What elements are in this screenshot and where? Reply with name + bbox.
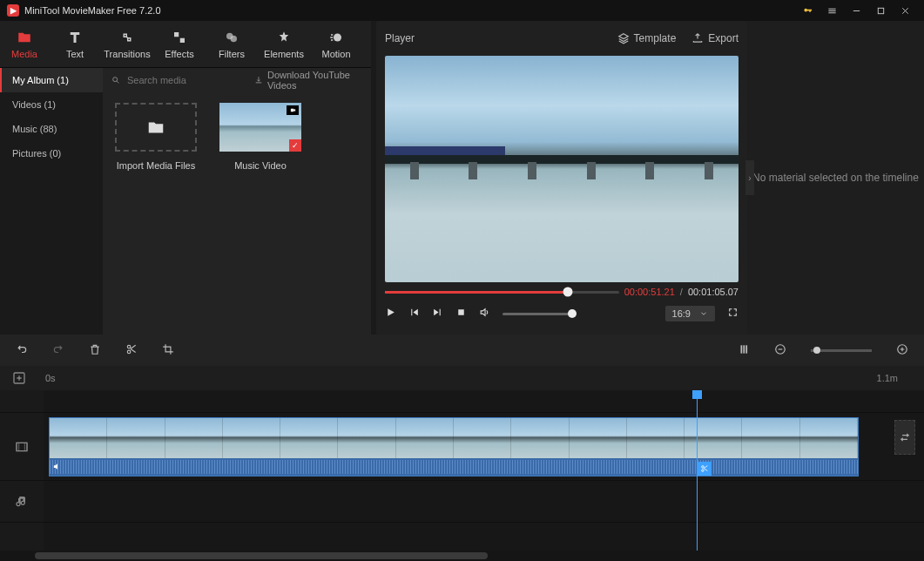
aspect-ratio-dropdown[interactable]: 16:9	[665, 306, 715, 321]
menu-button[interactable]	[819, 0, 844, 21]
zoom-slider[interactable]	[811, 349, 872, 352]
prev-frame-button[interactable]	[408, 307, 420, 321]
license-key-button[interactable]	[795, 0, 819, 21]
scrollbar-thumb[interactable]	[35, 552, 488, 559]
template-label: Template	[634, 32, 677, 44]
tab-media[interactable]: Media	[0, 21, 49, 67]
template-button[interactable]: Template	[617, 32, 677, 44]
svg-rect-15	[17, 443, 27, 450]
crop-button[interactable]	[162, 343, 174, 358]
download-label: Download YouTube Videos	[267, 70, 362, 91]
tab-effects[interactable]: Effects	[153, 21, 206, 67]
split-marker-icon[interactable]	[698, 462, 712, 476]
ruler-start: 0s	[45, 373, 56, 383]
timeline-scrollbar[interactable]	[0, 551, 924, 561]
media-content: Download YouTube Videos Import Media Fil…	[103, 68, 371, 335]
timeline-panel: 0s 1.1m	[0, 335, 924, 561]
audio-track-icon	[0, 481, 44, 523]
tab-text[interactable]: Text	[49, 21, 101, 67]
preview-panel: Player Template Export 00:00:51.21 / 00:…	[376, 21, 747, 335]
selected-check-icon: ✓	[289, 139, 301, 152]
time-separator: /	[680, 287, 683, 297]
export-icon	[691, 32, 704, 44]
card-label: Music Video	[234, 160, 287, 171]
search-input[interactable]	[127, 75, 247, 85]
volume-button[interactable]	[479, 307, 490, 321]
svg-rect-2	[174, 32, 179, 37]
svg-point-7	[113, 78, 118, 82]
panel-expand-button[interactable]: ›	[745, 160, 754, 195]
seek-bar[interactable]	[385, 291, 619, 294]
close-button[interactable]	[893, 0, 917, 21]
undo-button[interactable]	[16, 343, 28, 358]
svg-point-5	[231, 35, 238, 42]
stop-button[interactable]	[455, 307, 467, 321]
svg-point-6	[334, 33, 341, 41]
volume-slider[interactable]	[502, 313, 572, 315]
tab-label: Elements	[264, 49, 304, 59]
playhead[interactable]	[697, 390, 698, 551]
clip-speaker-icon	[52, 462, 62, 474]
svg-rect-1	[878, 8, 883, 13]
minimize-button[interactable]	[844, 0, 868, 21]
zoom-knob[interactable]	[813, 347, 820, 354]
export-button[interactable]: Export	[691, 32, 739, 44]
no-selection-message: No material selected on the timeline	[752, 172, 919, 184]
tab-label: Filters	[219, 49, 245, 59]
sidebar-item-pictures[interactable]: Pictures (0)	[0, 141, 103, 166]
track-area[interactable]	[44, 390, 924, 551]
tab-label: Transitions	[104, 49, 150, 59]
tab-elements[interactable]: Elements	[258, 21, 310, 67]
tab-transitions[interactable]: Transitions	[101, 21, 153, 67]
swap-tracks-button[interactable]	[894, 420, 915, 455]
video-clip[interactable]	[49, 417, 859, 477]
delete-button[interactable]	[89, 343, 101, 358]
sidebar-item-videos[interactable]: Videos (1)	[0, 92, 103, 117]
seek-knob[interactable]	[563, 287, 572, 297]
folder-icon	[146, 118, 165, 137]
tab-label: Effects	[165, 49, 193, 59]
redo-button[interactable]	[52, 343, 64, 358]
properties-panel: › No material selected on the timeline	[747, 21, 924, 335]
split-button[interactable]	[125, 343, 138, 358]
svg-rect-8	[458, 309, 464, 315]
add-track-button[interactable]	[12, 371, 26, 385]
timeline-ruler[interactable]: 0s 1.1m	[0, 366, 924, 390]
total-time: 00:01:05.07	[688, 287, 739, 297]
tab-motion[interactable]: Motion	[310, 21, 362, 67]
video-type-icon	[287, 105, 299, 115]
preview-video[interactable]	[385, 56, 739, 282]
download-youtube-button[interactable]: Download YouTube Videos	[254, 70, 362, 91]
fullscreen-button[interactable]	[727, 307, 739, 321]
svg-rect-10	[743, 345, 745, 353]
title-bar: ▶ MiniTool MovieMaker Free 7.2.0	[0, 0, 924, 21]
ruler-end: 1.1m	[877, 373, 898, 383]
import-media-card[interactable]: Import Media Files	[113, 103, 199, 171]
svg-rect-11	[745, 345, 747, 353]
maximize-button[interactable]	[868, 0, 893, 21]
search-icon	[111, 75, 120, 85]
media-item-music-video[interactable]: ✓ Music Video	[218, 103, 303, 171]
sidebar-item-my-album[interactable]: My Album (1)	[0, 68, 103, 92]
next-frame-button[interactable]	[432, 307, 443, 321]
speed-button[interactable]	[738, 343, 750, 358]
tab-label: Media	[11, 49, 37, 59]
app-title: MiniTool MovieMaker Free 7.2.0	[24, 5, 161, 16]
video-track-icon	[0, 413, 44, 481]
tab-label: Motion	[321, 49, 350, 59]
zoom-out-button[interactable]	[774, 343, 786, 358]
card-label: Import Media Files	[117, 160, 195, 171]
svg-rect-3	[180, 37, 185, 42]
tab-filters[interactable]: Filters	[206, 21, 258, 67]
preview-title: Player	[385, 32, 415, 44]
volume-knob[interactable]	[568, 309, 577, 318]
chevron-down-icon	[699, 309, 708, 318]
download-icon	[254, 75, 263, 85]
aspect-value: 16:9	[672, 308, 691, 319]
current-time: 00:00:51.21	[624, 287, 675, 297]
zoom-in-button[interactable]	[896, 343, 908, 358]
app-logo: ▶	[7, 4, 19, 17]
export-label: Export	[708, 32, 739, 44]
sidebar-item-music[interactable]: Music (88)	[0, 117, 103, 141]
play-button[interactable]	[385, 307, 396, 321]
